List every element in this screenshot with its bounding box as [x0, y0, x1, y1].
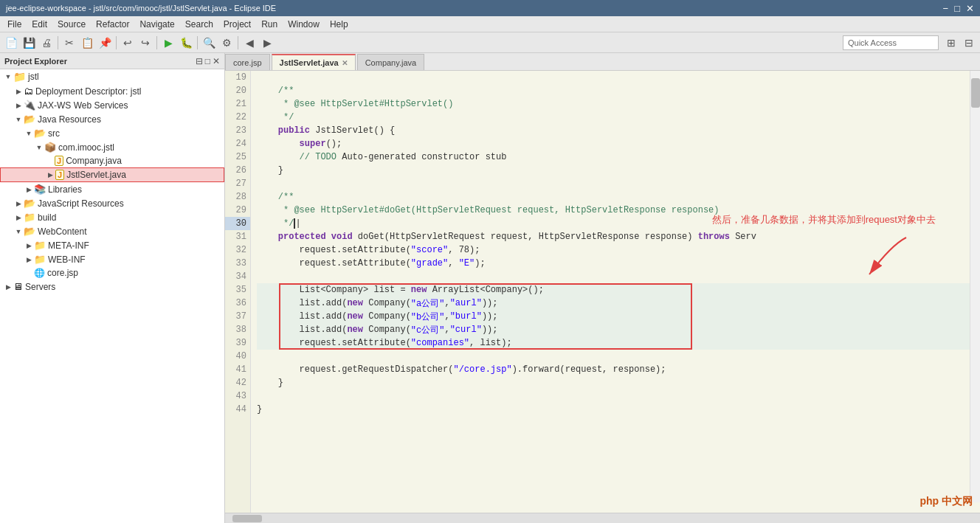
toolbar-run[interactable]: ▶: [160, 35, 176, 51]
h-scrollbar-thumb: [232, 515, 262, 522]
vertical-scrollbar[interactable]: [970, 71, 980, 502]
menu-navigate[interactable]: Navigate: [135, 18, 179, 31]
code-span: new: [347, 298, 368, 308]
code-line-41: request.getRequestDispatcher("/core.jsp"…: [257, 363, 974, 376]
toolbar-sep-4: [197, 36, 198, 49]
toolbar-settings[interactable]: ⚙: [218, 35, 235, 51]
line-num-39: 39: [225, 336, 250, 350]
code-span: "aurl": [450, 298, 482, 308]
toolbar-save[interactable]: 💾: [21, 35, 37, 51]
toolbar-perspective[interactable]: ⊞: [943, 35, 959, 51]
line-num-26: 26: [225, 164, 250, 177]
toolbar-prev[interactable]: ◀: [241, 35, 258, 51]
toolbar-debug[interactable]: 🐛: [178, 35, 194, 51]
tree-item-jstlservlet[interactable]: ▶ J JstlServlet.java: [0, 167, 224, 182]
line-num-40: 40: [225, 350, 250, 363]
menu-run[interactable]: Run: [257, 18, 282, 31]
code-line-36: list.add(new Company("a公司","aurl"));: [257, 297, 974, 310]
tree-arrow-libraries: ▶: [24, 186, 34, 193]
tree-item-libraries[interactable]: ▶ 📚 Libraries: [0, 182, 224, 196]
toolbar: 📄 💾 🖨 ✂ 📋 📌 ↩ ↪ ▶ 🐛 🔍 ⚙ ◀ ▶ Quick Access…: [0, 32, 980, 53]
menu-edit[interactable]: Edit: [27, 18, 52, 31]
tree-item-corejsp[interactable]: ▶ 🌐 core.jsp: [0, 266, 224, 280]
tree-item-webcontent[interactable]: ▼ 📂 WebContent: [0, 224, 224, 238]
tree-item-jstl[interactable]: ▼ 📁 jstl: [0, 69, 224, 84]
tree-item-src[interactable]: ▼ 📂 src: [0, 126, 224, 140]
tree-item-company[interactable]: ▶ J Company.java: [0, 154, 224, 167]
toolbar-next[interactable]: ▶: [259, 35, 275, 51]
toolbar-view-toggle[interactable]: ⊟: [961, 35, 977, 51]
code-span: ,: [444, 298, 449, 308]
tree-label-corejsp: core.jsp: [47, 268, 78, 278]
tree-item-webinf[interactable]: ▶ 📁 WEB-INF: [0, 252, 224, 266]
tree-item-metainf[interactable]: ▶ 📁 META-INF: [0, 238, 224, 252]
toolbar-paste[interactable]: 📌: [97, 35, 113, 51]
toolbar-copy[interactable]: 📋: [79, 35, 95, 51]
line-num-41: 41: [225, 363, 250, 376]
tab-jstlservlet-close[interactable]: ✕: [342, 59, 348, 67]
close-button[interactable]: ✕: [966, 3, 974, 14]
horizontal-scrollbar[interactable]: [225, 513, 980, 523]
code-span: ));: [482, 325, 498, 335]
code-span: }: [257, 378, 283, 388]
code-line-22: */: [257, 111, 974, 124]
tree-item-jsresources[interactable]: ▶ 📂 JavaScript Resources: [0, 196, 224, 210]
tab-jstlservlet[interactable]: JstlServlet.java ✕: [272, 54, 356, 70]
toolbar-new[interactable]: 📄: [3, 35, 19, 51]
code-span: , 78);: [448, 245, 480, 255]
line-num-44: 44: [225, 403, 250, 416]
tree-item-jaxws[interactable]: ▶ 🔌 JAX-WS Web Services: [0, 98, 224, 112]
code-line-19: [257, 71, 974, 84]
tree-label-build: build: [38, 212, 56, 223]
tree-icon-company: J: [55, 156, 63, 166]
tree-label-jaxws: JAX-WS Web Services: [38, 100, 128, 111]
toolbar-print[interactable]: 🖨: [38, 35, 55, 51]
sidebar-close-icon[interactable]: ✕: [213, 56, 220, 66]
line-num-28: 28: [225, 190, 250, 204]
toolbar-sep-5: [238, 36, 238, 49]
menu-project[interactable]: Project: [219, 18, 255, 31]
toolbar-undo[interactable]: ↩: [120, 35, 136, 51]
toolbar-search[interactable]: 🔍: [201, 35, 217, 51]
code-line-25: // TODO Auto-generated constructor stub: [257, 150, 974, 164]
line-num-33: 33: [225, 257, 250, 270]
tree-item-build[interactable]: ▶ 📁 build: [0, 210, 224, 224]
toolbar-redo[interactable]: ↪: [137, 35, 153, 51]
menu-help[interactable]: Help: [325, 18, 353, 31]
tree-item-servers[interactable]: ▶ 🖥 Servers: [0, 280, 224, 294]
tree-icon-package: 📦: [44, 142, 56, 153]
code-span: ,: [448, 258, 458, 269]
code-span: ));: [482, 311, 498, 322]
menu-file[interactable]: File: [3, 18, 26, 31]
code-span: * @see HttpServlet#HttpServlet(): [257, 99, 453, 109]
sidebar-maximize-icon[interactable]: □: [205, 56, 210, 66]
sidebar: Project Explorer ⊟ □ ✕ ▼ 📁 jstl ▶ 🗂 Depl…: [0, 53, 225, 523]
menu-source[interactable]: Source: [53, 18, 90, 31]
code-line-21: * @see HttpServlet#HttpServlet(): [257, 97, 974, 111]
tree-icon-webinf: 📁: [34, 254, 46, 265]
menu-window[interactable]: Window: [283, 18, 324, 31]
line-num-30: 30: [225, 217, 250, 230]
tree-icon-metainf: 📁: [34, 240, 46, 251]
code-line-27: [257, 177, 974, 190]
tab-core-jsp-label: core.jsp: [233, 58, 262, 67]
toolbar-cut[interactable]: ✂: [61, 35, 77, 51]
tree-arrow-jstlservlet: ▶: [45, 171, 55, 179]
tree-icon-build: 📁: [24, 212, 35, 223]
minimize-button[interactable]: −: [943, 3, 949, 14]
code-span: "/core.jsp": [453, 364, 511, 375]
code-span: JstlServlet() {: [315, 125, 395, 136]
tab-company[interactable]: Company.java: [357, 54, 425, 70]
sidebar-minimize-icon[interactable]: ⊟: [196, 56, 203, 66]
tree-arrow-webcontent: ▼: [13, 228, 24, 235]
menu-search[interactable]: Search: [181, 18, 218, 31]
tree-item-deployment[interactable]: ▶ 🗂 Deployment Descriptor: jstl: [0, 84, 224, 98]
menu-refactor[interactable]: Refactor: [92, 18, 134, 31]
code-area[interactable]: 19 20 21 22 23 24 25 26 27 28 29 30 31 3…: [225, 71, 980, 513]
tab-core-jsp[interactable]: core.jsp: [225, 54, 270, 70]
code-line-33: request.setAttribute("grade", "E");: [257, 257, 974, 270]
tree-item-package[interactable]: ▼ 📦 com.imooc.jstl: [0, 140, 224, 154]
quick-access-input[interactable]: Quick Access: [843, 35, 939, 50]
maximize-button[interactable]: □: [954, 3, 960, 14]
tree-item-javaresources[interactable]: ▼ 📂 Java Resources: [0, 112, 224, 126]
